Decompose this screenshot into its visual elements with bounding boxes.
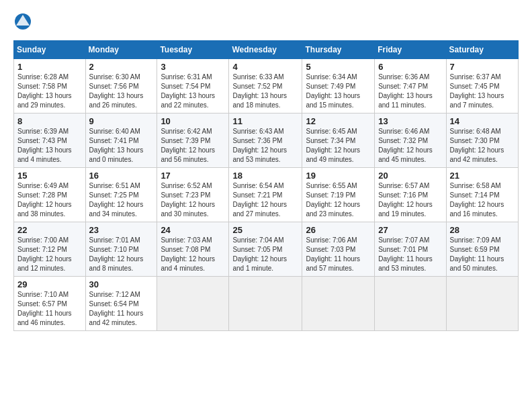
day-number: 29: [17, 279, 82, 289]
day-info: Sunrise: 7:03 AMSunset: 7:08 PMDaylight:…: [161, 236, 215, 272]
calendar-cell: 27Sunrise: 7:07 AMSunset: 7:01 PMDayligh…: [375, 222, 446, 277]
day-number: 23: [89, 225, 154, 235]
day-number: 22: [17, 225, 82, 235]
calendar-cell: 10Sunrise: 6:42 AMSunset: 7:39 PMDayligh…: [157, 113, 229, 168]
calendar-cell: 24Sunrise: 7:03 AMSunset: 7:08 PMDayligh…: [157, 222, 229, 277]
calendar-cell: 8Sunrise: 6:39 AMSunset: 7:43 PMDaylight…: [14, 113, 86, 168]
day-number: 12: [306, 116, 371, 126]
day-info: Sunrise: 7:01 AMSunset: 7:10 PMDaylight:…: [89, 236, 144, 272]
day-number: 24: [161, 225, 225, 235]
calendar-cell: 28Sunrise: 7:09 AMSunset: 6:59 PMDayligh…: [446, 222, 518, 277]
calendar-cell: [157, 277, 229, 331]
calendar-cell: 19Sunrise: 6:55 AMSunset: 7:19 PMDayligh…: [302, 168, 375, 222]
calendar-cell: 11Sunrise: 6:43 AMSunset: 7:36 PMDayligh…: [229, 113, 302, 168]
calendar-cell: 17Sunrise: 6:52 AMSunset: 7:23 PMDayligh…: [157, 168, 229, 222]
day-info: Sunrise: 6:30 AMSunset: 7:56 PMDaylight:…: [89, 73, 144, 109]
day-number: 19: [306, 171, 371, 181]
day-info: Sunrise: 6:49 AMSunset: 7:28 PMDaylight:…: [17, 182, 72, 218]
calendar-cell: 5Sunrise: 6:34 AMSunset: 7:49 PMDaylight…: [302, 59, 375, 113]
day-number: 13: [378, 116, 442, 126]
calendar-cell: [229, 277, 302, 331]
col-header-sunday: Sunday: [14, 41, 86, 59]
day-number: 18: [232, 171, 298, 181]
day-number: 27: [378, 225, 442, 235]
calendar-cell: 20Sunrise: 6:57 AMSunset: 7:16 PMDayligh…: [375, 168, 446, 222]
calendar-cell: 7Sunrise: 6:37 AMSunset: 7:45 PMDaylight…: [446, 59, 518, 113]
calendar-cell: 29Sunrise: 7:10 AMSunset: 6:57 PMDayligh…: [14, 277, 86, 331]
col-header-monday: Monday: [85, 41, 157, 59]
calendar-cell: [375, 277, 446, 331]
calendar-cell: 23Sunrise: 7:01 AMSunset: 7:10 PMDayligh…: [85, 222, 157, 277]
day-info: Sunrise: 7:07 AMSunset: 7:01 PMDaylight:…: [378, 236, 433, 272]
day-info: Sunrise: 7:04 AMSunset: 7:05 PMDaylight:…: [232, 236, 287, 272]
day-info: Sunrise: 6:57 AMSunset: 7:16 PMDaylight:…: [378, 182, 433, 218]
day-info: Sunrise: 6:39 AMSunset: 7:43 PMDaylight:…: [17, 128, 72, 163]
day-info: Sunrise: 7:06 AMSunset: 7:03 PMDaylight:…: [306, 236, 360, 272]
day-number: 3: [161, 62, 225, 72]
day-info: Sunrise: 7:09 AMSunset: 6:59 PMDaylight:…: [450, 236, 504, 272]
day-info: Sunrise: 6:31 AMSunset: 7:54 PMDaylight:…: [161, 73, 215, 109]
day-info: Sunrise: 6:34 AMSunset: 7:49 PMDaylight:…: [306, 73, 360, 109]
calendar-cell: 21Sunrise: 6:58 AMSunset: 7:14 PMDayligh…: [446, 168, 518, 222]
logo: [13, 12, 35, 31]
day-number: 26: [306, 225, 371, 235]
day-number: 5: [306, 62, 371, 72]
day-number: 4: [232, 62, 298, 72]
calendar-cell: 2Sunrise: 6:30 AMSunset: 7:56 PMDaylight…: [85, 59, 157, 113]
header: [13, 12, 519, 31]
day-info: Sunrise: 6:54 AMSunset: 7:21 PMDaylight:…: [232, 182, 287, 218]
calendar-cell: 14Sunrise: 6:48 AMSunset: 7:30 PMDayligh…: [446, 113, 518, 168]
calendar-table: SundayMondayTuesdayWednesdayThursdayFrid…: [13, 40, 519, 331]
day-info: Sunrise: 6:37 AMSunset: 7:45 PMDaylight:…: [450, 73, 504, 109]
calendar-cell: 13Sunrise: 6:46 AMSunset: 7:32 PMDayligh…: [375, 113, 446, 168]
day-number: 2: [89, 62, 154, 72]
day-info: Sunrise: 6:46 AMSunset: 7:32 PMDaylight:…: [378, 128, 433, 163]
day-info: Sunrise: 7:12 AMSunset: 6:54 PMDaylight:…: [89, 291, 144, 326]
calendar-cell: 30Sunrise: 7:12 AMSunset: 6:54 PMDayligh…: [85, 277, 157, 331]
day-number: 16: [89, 171, 154, 181]
day-number: 1: [17, 62, 82, 72]
calendar-cell: 16Sunrise: 6:51 AMSunset: 7:25 PMDayligh…: [85, 168, 157, 222]
day-info: Sunrise: 6:28 AMSunset: 7:58 PMDaylight:…: [17, 73, 72, 109]
day-number: 14: [450, 116, 515, 126]
day-number: 28: [450, 225, 515, 235]
day-info: Sunrise: 6:36 AMSunset: 7:47 PMDaylight:…: [378, 73, 433, 109]
calendar-cell: [446, 277, 518, 331]
day-info: Sunrise: 7:00 AMSunset: 7:12 PMDaylight:…: [17, 236, 72, 272]
calendar-cell: 25Sunrise: 7:04 AMSunset: 7:05 PMDayligh…: [229, 222, 302, 277]
calendar-cell: 18Sunrise: 6:54 AMSunset: 7:21 PMDayligh…: [229, 168, 302, 222]
calendar-cell: 15Sunrise: 6:49 AMSunset: 7:28 PMDayligh…: [14, 168, 86, 222]
day-number: 21: [450, 171, 515, 181]
col-header-saturday: Saturday: [446, 41, 518, 59]
day-number: 17: [161, 171, 225, 181]
day-info: Sunrise: 6:42 AMSunset: 7:39 PMDaylight:…: [161, 128, 215, 163]
day-number: 20: [378, 171, 442, 181]
day-number: 9: [89, 116, 154, 126]
calendar-cell: 9Sunrise: 6:40 AMSunset: 7:41 PMDaylight…: [85, 113, 157, 168]
day-info: Sunrise: 6:55 AMSunset: 7:19 PMDaylight:…: [306, 182, 360, 218]
day-number: 7: [450, 62, 515, 72]
day-number: 8: [17, 116, 82, 126]
day-number: 15: [17, 171, 82, 181]
calendar-cell: 4Sunrise: 6:33 AMSunset: 7:52 PMDaylight…: [229, 59, 302, 113]
day-info: Sunrise: 6:52 AMSunset: 7:23 PMDaylight:…: [161, 182, 215, 218]
day-number: 6: [378, 62, 442, 72]
day-info: Sunrise: 6:48 AMSunset: 7:30 PMDaylight:…: [450, 128, 504, 163]
calendar-cell: 12Sunrise: 6:45 AMSunset: 7:34 PMDayligh…: [302, 113, 375, 168]
day-info: Sunrise: 6:43 AMSunset: 7:36 PMDaylight:…: [232, 128, 287, 163]
day-number: 11: [232, 116, 298, 126]
calendar-cell: 22Sunrise: 7:00 AMSunset: 7:12 PMDayligh…: [14, 222, 86, 277]
day-info: Sunrise: 6:45 AMSunset: 7:34 PMDaylight:…: [306, 128, 360, 163]
day-number: 10: [161, 116, 225, 126]
calendar-cell: 6Sunrise: 6:36 AMSunset: 7:47 PMDaylight…: [375, 59, 446, 113]
day-number: 25: [232, 225, 298, 235]
col-header-friday: Friday: [375, 41, 446, 59]
day-info: Sunrise: 6:51 AMSunset: 7:25 PMDaylight:…: [89, 182, 144, 218]
calendar-cell: 3Sunrise: 6:31 AMSunset: 7:54 PMDaylight…: [157, 59, 229, 113]
col-header-tuesday: Tuesday: [157, 41, 229, 59]
day-info: Sunrise: 6:33 AMSunset: 7:52 PMDaylight:…: [232, 73, 287, 109]
day-info: Sunrise: 7:10 AMSunset: 6:57 PMDaylight:…: [17, 291, 72, 326]
calendar-cell: [302, 277, 375, 331]
col-header-thursday: Thursday: [302, 41, 375, 59]
calendar-cell: 1Sunrise: 6:28 AMSunset: 7:58 PMDaylight…: [14, 59, 86, 113]
